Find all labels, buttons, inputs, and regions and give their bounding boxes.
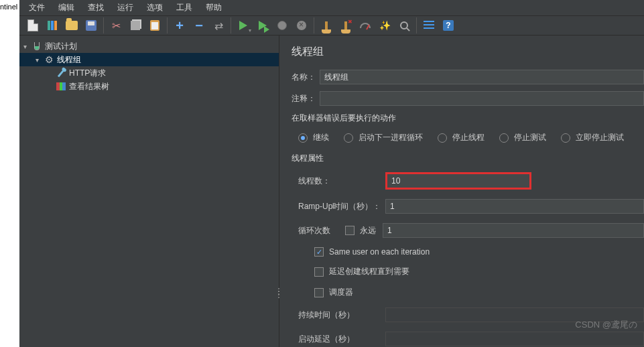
menu-file[interactable]: 文件 — [23, 0, 50, 15]
app-window: HTTP请求.jmx (D:\env\tool\jmeter\bin\HTTP请… — [19, 0, 644, 347]
radio-stop-thread[interactable] — [438, 133, 447, 143]
toolbar-shutdown-button[interactable] — [292, 16, 311, 35]
tree-label: 测试计划 — [45, 41, 77, 52]
duration-label: 持续时间（秒） — [298, 309, 385, 321]
sparkle-icon: ✨ — [379, 20, 391, 31]
toolbar-separator — [167, 17, 168, 33]
toolbar-paste-button[interactable] — [145, 16, 164, 35]
toolbar-search-button[interactable] — [395, 16, 413, 35]
comment-label: 注释： — [292, 93, 320, 105]
tree-label: 线程组 — [57, 54, 81, 66]
threads-label: 线程数： — [298, 176, 385, 187]
toolbar-clear-all-button[interactable] — [336, 16, 355, 35]
radio-stop-thread-label: 停止线程 — [452, 132, 485, 143]
watermark: CSDN @鸢尾の — [575, 319, 637, 331]
toolbar-separator — [416, 17, 417, 33]
forever-checkbox[interactable] — [345, 226, 355, 235]
menu-edit[interactable]: 编辑 — [53, 0, 80, 15]
plus-icon: + — [176, 18, 184, 33]
toolbar-separator — [103, 17, 104, 33]
rampup-input[interactable] — [385, 199, 644, 214]
gauge-icon — [360, 23, 371, 28]
menu-help[interactable]: 帮助 — [200, 0, 227, 15]
tree-label: HTTP请求 — [69, 68, 106, 79]
toolbar: ✂ + − ⇄ ▾ ✨ ? — [19, 16, 644, 36]
toolbar-templates-button[interactable] — [43, 16, 62, 35]
name-label: 名称： — [292, 72, 320, 83]
menu-tools[interactable]: 工具 — [171, 0, 198, 15]
toolbar-separator — [231, 17, 231, 33]
radio-stop-test[interactable] — [499, 133, 509, 143]
file-icon — [27, 19, 38, 31]
toolbar-collapse-button[interactable]: − — [190, 16, 208, 35]
error-action-section-label: 在取样器错误后要执行的动作 — [292, 113, 644, 124]
toolbar-sparkle-button[interactable]: ✨ — [375, 16, 394, 35]
list-icon — [424, 21, 434, 30]
toolbar-expand-button[interactable]: + — [170, 16, 189, 35]
toolbar-save-button[interactable] — [82, 16, 101, 35]
tree-node-test-plan[interactable]: ▾ 测试计划 — [19, 40, 279, 53]
startup-delay-input — [385, 332, 644, 346]
radio-continue-label: 继续 — [313, 132, 329, 143]
panel-title: 线程组 — [292, 45, 644, 59]
toolbar-gauge-button[interactable] — [356, 16, 375, 35]
gear-icon: ⚙ — [44, 54, 54, 65]
splitter-handle[interactable]: ⋮⋮ — [274, 290, 282, 295]
templates-icon — [48, 21, 57, 30]
delay-create-label: 延迟创建线程直到需要 — [329, 266, 409, 277]
tree-toggle-icon[interactable]: ▾ — [23, 43, 31, 50]
toggle-icon: ⇄ — [214, 19, 223, 32]
clipboard-icon — [150, 20, 159, 31]
loop-count-input[interactable] — [383, 223, 644, 238]
menu-search[interactable]: 查找 — [82, 0, 109, 15]
toolbar-start-notimers-button[interactable] — [253, 16, 272, 35]
stop-icon — [277, 21, 287, 30]
workspace: ▾ 测试计划 ▾ ⚙ 线程组 HTTP请求 查看结果树 ⋮⋮ — [19, 36, 644, 347]
tree-node-thread-group[interactable]: ▾ ⚙ 线程组 — [19, 53, 279, 66]
toolbar-copy-button[interactable] — [126, 16, 145, 35]
tree-node-view-results[interactable]: 查看结果树 — [19, 80, 279, 93]
toolbar-start-button[interactable]: ▾ — [234, 16, 253, 35]
toolbar-open-button[interactable] — [62, 16, 81, 35]
forever-label: 永远 — [360, 225, 376, 236]
same-user-checkbox[interactable] — [314, 247, 324, 257]
toolbar-cut-button[interactable]: ✂ — [107, 16, 125, 35]
toolbar-toggle-button[interactable]: ⇄ — [209, 16, 228, 35]
help-icon: ? — [443, 20, 454, 31]
same-user-label: Same user on each iteration — [329, 247, 430, 257]
scheduler-checkbox[interactable] — [314, 288, 324, 297]
error-action-radios: 继续 启动下一进程循环 停止线程 停止测试 立即停止测试 — [292, 132, 644, 143]
radio-start-next-loop[interactable] — [344, 133, 353, 143]
toolbar-stop-button[interactable] — [273, 16, 292, 35]
tree-node-http-request[interactable]: HTTP请求 — [19, 66, 279, 80]
threads-input[interactable] — [385, 172, 531, 190]
radio-start-next-loop-label: 启动下一进程循环 — [359, 132, 423, 143]
startup-delay-label: 启动延迟（秒） — [298, 334, 385, 345]
delay-create-checkbox[interactable] — [314, 267, 324, 277]
radio-stop-test-now-label: 立即停止测试 — [576, 132, 624, 143]
play-small-icon — [264, 26, 269, 33]
radio-stop-test-now[interactable] — [561, 133, 570, 143]
search-icon — [400, 21, 408, 29]
menu-run[interactable]: 运行 — [112, 0, 139, 15]
loop-count-label: 循环次数 — [298, 225, 345, 236]
save-icon — [86, 20, 96, 31]
radio-continue[interactable] — [298, 133, 308, 143]
form-panel: 线程组 名称： 注释： 在取样器错误后要执行的动作 继续 启动下一进程循环 停止… — [279, 36, 644, 347]
scheduler-label: 调度器 — [329, 287, 353, 298]
radio-stop-test-label: 停止测试 — [514, 132, 546, 143]
broom-clear-icon — [344, 21, 347, 29]
name-input[interactable] — [320, 70, 644, 84]
comment-input[interactable] — [320, 91, 644, 106]
toolbar-function-helper-button[interactable] — [420, 16, 438, 35]
tree-label: 查看结果树 — [69, 81, 109, 92]
toolbar-new-button[interactable] — [23, 16, 42, 35]
menu-options[interactable]: 选项 — [141, 0, 168, 15]
tree-toggle-icon[interactable]: ▾ — [36, 56, 44, 64]
toolbar-help-button[interactable]: ? — [439, 16, 458, 35]
scissors-icon: ✂ — [112, 19, 121, 32]
rampup-label: Ramp-Up时间（秒）： — [298, 201, 385, 212]
minus-icon: − — [195, 18, 203, 33]
thread-props-section-label: 线程属性 — [292, 153, 644, 164]
toolbar-clear-button[interactable] — [317, 16, 336, 35]
